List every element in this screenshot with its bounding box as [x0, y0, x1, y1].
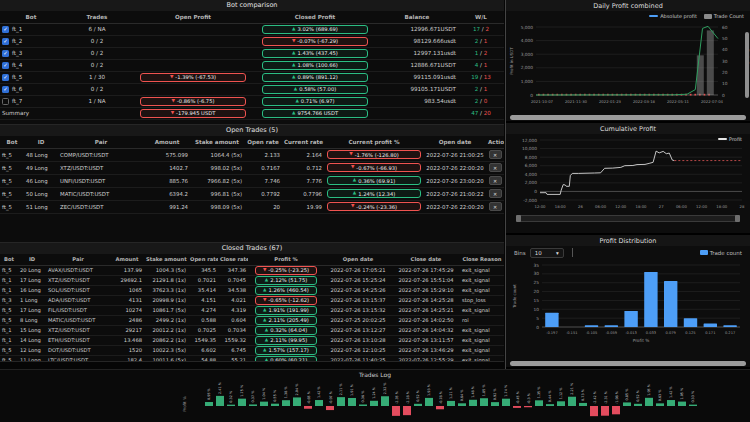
forced-exit-button[interactable]: ✕ [489, 202, 502, 211]
table-row[interactable]: ft_550 LongMATIC/USDT:USDT6394.2996.81 (… [0, 187, 504, 200]
table-row[interactable]: ft_116 LongSOL/USDT:USDT106537623.3 (1x)… [0, 285, 504, 295]
down-arrow-icon: ▼ [172, 99, 175, 104]
svg-text:40: 40 [722, 47, 728, 52]
cell-current-rate: 7.776 [282, 174, 324, 187]
table-row[interactable]: ft_548 LongCOMP/USDT:USDT575.0991064.4 (… [0, 148, 504, 161]
datazoom-slider[interactable] [516, 215, 740, 222]
closed-trades-title: Closed Trades (67) [0, 243, 504, 254]
cell-open-rate: 20 [244, 200, 282, 213]
cell-closed-profit: ▲9754.766 USDT [254, 107, 376, 119]
table-row[interactable]: ft_551 LongZEC/USDT:USDT991.24998.09 (5x… [0, 200, 504, 213]
table-row[interactable]: ft_512 LongDOT/USDT:USDT152010022.3 (5x)… [0, 345, 504, 355]
svg-text:20: 20 [722, 70, 728, 75]
bot-comparison-table: BotTradesOpen ProfitClosed ProfitBalance… [0, 11, 504, 120]
table-row[interactable]: ft_549 LongXTZ/USDT:USDT1402.7998.02 (5x… [0, 161, 504, 174]
bot-checkbox[interactable]: ✓ [2, 74, 9, 81]
table-row[interactable]: ft_511 LongLTC/USDT:USDT182.410011.6 (5x… [0, 355, 504, 362]
bot-checkbox[interactable]: ✓ [2, 26, 9, 33]
cumulative-profit-chart[interactable]: -2,00002,0004,0006,0008,00010,00012,0001… [506, 134, 750, 214]
profit-value: -0.86% (-6.75) [177, 98, 214, 104]
cell-actions: ✕ [486, 148, 504, 161]
svg-text:2,000: 2,000 [521, 65, 534, 70]
cell-open-rate: 0.7025 [188, 325, 218, 335]
svg-text:0.37 %: 0.37 % [252, 390, 256, 403]
vertical-scrollbar[interactable] [745, 32, 749, 98]
tables-column: Bot comparison BotTradesOpen ProfitClose… [0, 0, 504, 362]
forced-exit-button[interactable]: ✕ [489, 189, 502, 198]
cell-close-reason: exit_signal [460, 275, 504, 285]
open-trades-title: Open Trades (5) [0, 125, 504, 136]
svg-text:30: 30 [534, 271, 540, 276]
cell-id: 1 Long [18, 295, 46, 305]
cell-open-profit [132, 35, 254, 47]
svg-text:20: 20 [534, 289, 540, 294]
bins-select[interactable]: 10 ▾ [530, 248, 564, 258]
bot-name: ft_2 [12, 38, 22, 44]
table-header-row: BotTradesOpen ProfitClosed ProfitBalance… [0, 11, 504, 23]
svg-text:26: 26 [578, 204, 583, 209]
charts-column: Daily Profit combined Absolute profit Tr… [505, 0, 750, 369]
cell-profit: ▲2.12% (51.75) [248, 275, 324, 285]
forced-exit-button[interactable]: ✕ [489, 176, 502, 185]
svg-text:8,000: 8,000 [525, 155, 538, 160]
cell-close-date: 2022-07-26 17:45:29 [392, 265, 460, 275]
bot-checkbox[interactable]: ✓ [2, 38, 9, 45]
table-row[interactable]: ft_114 LongETH/USDT:USDT13.46820862.2 (1… [0, 335, 504, 345]
cell-current-rate: 0.712 [282, 161, 324, 174]
profit-badge: ▼-1.76% (-126.80) [327, 150, 421, 159]
forced-exit-button[interactable]: ✕ [489, 163, 502, 172]
legend-item-trade-count[interactable]: Trade count [700, 250, 742, 256]
cell-win-loss: 4 / 1 [458, 59, 504, 71]
cell-amount: 29692.1 [110, 275, 144, 285]
svg-text:2.21 %: 2.21 % [571, 382, 575, 395]
svg-text:0.32 %: 0.32 % [230, 390, 234, 403]
cell-open-rate: 35.414 [188, 285, 218, 295]
table-row[interactable]: ft_546 LongUNFI/USDT:USDT885.767966.82 (… [0, 174, 504, 187]
slider-handle-left[interactable] [516, 215, 521, 222]
up-arrow-icon: ▲ [292, 51, 295, 56]
svg-text:-0.65 %: -0.65 % [307, 390, 311, 404]
table-row[interactable]: ft_517 LongFIL/USDT:USDT1027410861.7 (5x… [0, 305, 504, 315]
bot-checkbox[interactable]: ✓ [2, 62, 9, 69]
cell-open-rate: 0.7021 [188, 275, 218, 285]
cell-stake-amount: 10861.7 (5x) [144, 305, 188, 315]
svg-text:1.24 %: 1.24 % [373, 386, 377, 399]
cell-bot: Summary [0, 107, 62, 119]
bot-checkbox[interactable] [2, 98, 9, 105]
cell-open-date: 2022-07-26 11:40:25 [324, 355, 392, 362]
table-row[interactable]: ft_31 LongADA/USDT:USDT413120998.9 (1x)4… [0, 295, 504, 305]
table-row[interactable]: ft_58 LongMATIC/USDT:USDT24862499.2 (1x)… [0, 315, 504, 325]
forced-exit-button[interactable]: ✕ [489, 150, 502, 159]
cell-id: 12 Long [18, 345, 46, 355]
daily-profit-chart[interactable]: 01,0002,0003,0004,0005,0000102030405060P… [506, 11, 750, 116]
svg-text:6,000: 6,000 [525, 163, 538, 168]
cell-close-rate: 6.745 [218, 345, 248, 355]
table-row[interactable]: ft_115 LongXTZ/USDT:USDT2921720012.2 (1x… [0, 325, 504, 335]
cell-closed-profit: ▲0.89% (891.12) [254, 71, 376, 83]
cell-balance: 12996.671USDT [376, 23, 458, 35]
cell-bot: ✓ft_6 [0, 83, 62, 95]
svg-text:0: 0 [530, 93, 533, 98]
table-row[interactable]: ft_117 LongXTZ/USDT:USDT29692.121291.8 (… [0, 275, 504, 285]
profit-badge: ▲0.36% (69.91) [327, 176, 421, 185]
svg-text:3,000: 3,000 [521, 52, 534, 57]
bot-checkbox[interactable]: ✓ [2, 50, 9, 57]
trading-dashboard: Bot comparison BotTradesOpen ProfitClose… [0, 0, 750, 422]
profit-value: 1.08% (100.66) [298, 62, 338, 68]
table-row[interactable]: ft_520 LongAVAX/USDT:USDT137.991004.3 (5… [0, 265, 504, 275]
cumulative-profit-panel: Cumulative Profit Profit -2,00002,0004,0… [506, 123, 750, 235]
profit-distribution-panel: Profit Distribution Bins 10 ▾ Trade coun… [506, 235, 750, 369]
trades-log-chart[interactable]: Profit %0.95 %2.41 %0.32 %1.75 %0.37 %1.… [0, 380, 750, 422]
profit-distribution-chart[interactable]: 05101520253035-0.197-0.151-0.105-0.059-0… [506, 259, 750, 359]
cell-win-loss: 2 / 1 [458, 35, 504, 47]
horizontal-scrollbar[interactable] [510, 115, 746, 120]
profit-value: 1.91% (191.99) [269, 307, 309, 313]
legend-item-trade-count[interactable]: Trade Count [704, 13, 744, 19]
horizontal-scrollbar[interactable] [510, 361, 746, 366]
slider-handle-right[interactable] [735, 215, 740, 222]
cell-open-date: 2022-07-26 23:00:20 [424, 174, 486, 187]
losses-count: 1 [484, 62, 488, 68]
bot-checkbox[interactable]: ✓ [2, 86, 9, 93]
legend-item-profit[interactable]: Profit [718, 136, 742, 142]
legend-item-absolute-profit[interactable]: Absolute profit [649, 13, 697, 19]
